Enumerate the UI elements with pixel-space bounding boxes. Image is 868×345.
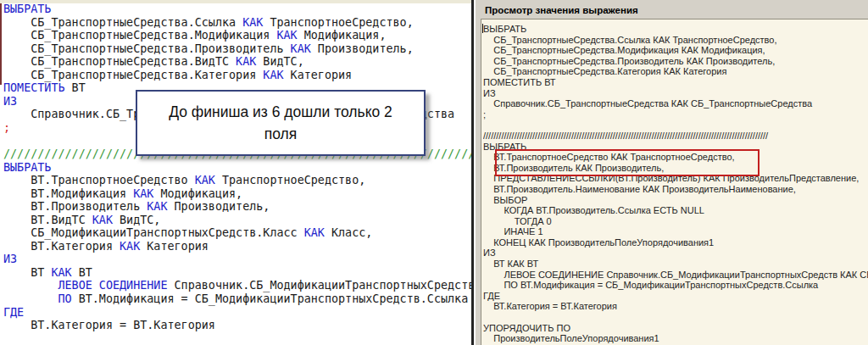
viewer-code-line: ВЫБОР	[483, 195, 868, 206]
query-source-code[interactable]: ВЫБРАТЬ СБ_ТранспортныеСредства.Ссылка К…	[3, 3, 471, 345]
annotation-callout: До финиша из 6 дошли только 2 поля	[136, 90, 426, 156]
viewer-code-line: КОНЕЦ КАК ПроизводительПолеУпорядочивани…	[483, 237, 868, 248]
viewer-code-line: ИЗ	[483, 248, 868, 259]
viewer-query-text: ВЫБРАТЬ СБ_ТранспортныеСредства.Ссылка К…	[483, 24, 868, 345]
viewer-text-area[interactable]: ВЫБРАТЬ СБ_ТранспортныеСредства.Ссылка К…	[481, 19, 868, 345]
viewer-code-line: ПОМЕСТИТЬ ВТ	[483, 77, 868, 88]
code-line: ВТ КАК ВТ	[3, 266, 471, 280]
code-line: ВТ.Категория КАК Категория	[3, 240, 471, 253]
viewer-code-line: СБ_ТранспортныеСредства.Ссылка КАК Транс…	[483, 35, 868, 46]
code-line: ПО ВТ.Модификация = СБ_МодификацииТрансп…	[3, 292, 471, 306]
code-line: СБ_ТранспортныеСредства.Ссылка КАК Транс…	[3, 16, 471, 30]
viewer-code-line: ВЫБРАТЬ	[483, 24, 868, 35]
viewer-title-bar[interactable]: Просмотр значения выражения	[476, 0, 868, 15]
viewer-code-line: ВТ КАК ВТ	[483, 259, 868, 270]
code-line: ГДЕ	[3, 306, 471, 320]
viewer-code-line: Справочник.СБ_ТранспортныеСредства КАК С…	[483, 98, 868, 109]
code-line: ВЫБРАТЬ	[3, 161, 471, 175]
viewer-code-line: СБ_ТранспортныеСредства.Модификация КАК …	[483, 45, 868, 56]
code-line: ВТ.Производитель КАК Производитель,	[3, 200, 471, 214]
query-editor-panel[interactable]: ВЫБРАТЬ СБ_ТранспортныеСредства.Ссылка К…	[0, 0, 471, 345]
code-line: СБ_ТранспортныеСредства.Категория КАК Ка…	[3, 69, 471, 82]
code-line: ЛЕВОЕ СОЕДИНЕНИЕ Справочник.СБ_Модификац…	[3, 279, 471, 292]
code-line: СБ_ТранспортныеСредства.Модификация КАК …	[3, 29, 471, 42]
viewer-code-line	[483, 120, 868, 131]
code-line: ВТ.ТранспортноеСредство КАК Транспортное…	[3, 174, 471, 187]
viewer-code-line: СБ_ТранспортныеСредства.Производитель КА…	[483, 56, 868, 67]
result-fields-highlight-box	[495, 149, 760, 176]
code-line: ВТ.ВидТС КАК ВидТС,	[3, 214, 471, 227]
viewer-code-line: ;	[483, 109, 868, 120]
viewer-code-line: ////////////////////////////////////////…	[483, 131, 868, 142]
code-line: ВЫБРАТЬ	[3, 3, 471, 16]
code-line: ВТ.Модификация КАК Модификация,	[3, 187, 471, 201]
viewer-code-line	[483, 312, 868, 323]
viewer-code-line: ТОГДА 0	[483, 216, 868, 227]
code-line: СБ_ТранспортныеСредства.Производитель КА…	[3, 42, 471, 56]
code-line: СБ_ТранспортныеСредства.ВидТС КАК ВидТС,	[3, 55, 471, 69]
viewer-code-line: ИЗ	[483, 88, 868, 99]
viewer-code-line: ПО ВТ.Модификация = СБ_МодификацииТрансп…	[483, 280, 868, 291]
viewer-code-line: КОГДА ВТ.Производитель.Ссылка ЕСТЬ NULL	[483, 205, 868, 216]
viewer-code-line: ВТ.Категория = ВТ.Категория	[483, 301, 868, 312]
viewer-code-line: ПроизводительПолеУпорядочивания1	[483, 333, 868, 344]
editor-left-border	[0, 3, 2, 85]
viewer-code-line: ВТ.Производитель.Наименование КАК Произв…	[483, 184, 868, 195]
code-line: ВТ.Категория = ВТ.Категория	[3, 319, 471, 332]
viewer-code-line: ИНАЧЕ 1	[483, 226, 868, 237]
query-console-screen: ВЫБРАТЬ СБ_ТранспортныеСредства.Ссылка К…	[0, 0, 868, 345]
viewer-code-line: УПОРЯДОЧИТЬ ПО	[483, 323, 868, 334]
viewer-code-line: ЛЕВОЕ СОЕДИНЕНИЕ Справочник.СБ_Модификац…	[483, 270, 868, 281]
callout-text: До финиша из 6 дошли только 2 поля	[137, 101, 424, 145]
viewer-code-line: ГДЕ	[483, 291, 868, 302]
code-line: СБ_МодификацииТранспортныхСредств.Класс …	[3, 226, 471, 240]
code-line: ИЗ	[3, 253, 471, 266]
viewer-code-line: СБ_ТранспортныеСредства.Категория КАК Ка…	[483, 66, 868, 77]
